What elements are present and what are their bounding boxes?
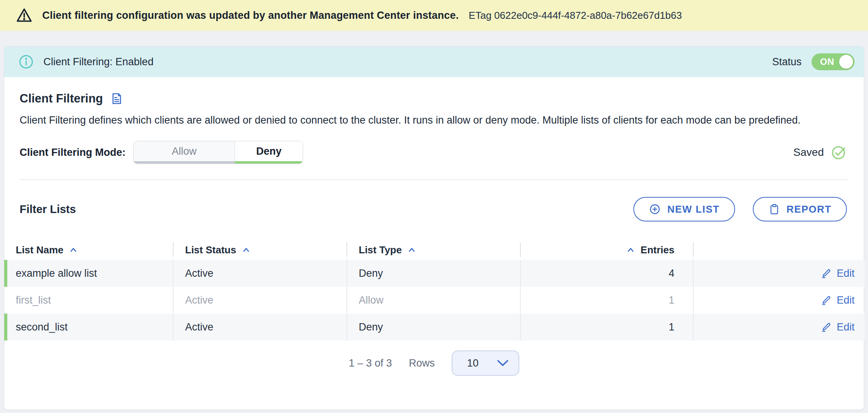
new-list-button[interactable]: NEW LIST: [633, 197, 735, 221]
toggle-knob: [839, 55, 853, 69]
column-header-list-name[interactable]: List Name: [4, 240, 174, 260]
documentation-icon[interactable]: [110, 92, 124, 106]
pagination: 1 – 3 of 3 Rows 10: [4, 350, 864, 376]
column-header-actions: [694, 240, 865, 260]
column-label: Entries: [641, 244, 674, 256]
mode-segmented-control: Allow Deny: [133, 141, 303, 164]
status-message: Client Filtering: Enabled: [43, 56, 154, 68]
cell-actions: Edit: [694, 260, 865, 287]
edit-button[interactable]: Edit: [820, 268, 855, 279]
cell-list-status: Active: [174, 260, 347, 287]
toggle-on-label: ON: [820, 56, 834, 67]
cell-entries: 1: [521, 287, 694, 314]
cell-list-name: example allow list: [4, 260, 174, 287]
pagination-range: 1 – 3 of 3: [349, 357, 392, 369]
banner-etag: ETag 0622e0c9-444f-4872-a80a-7b62e67d1b6…: [469, 10, 682, 21]
table-row: first_list Active Allow 1 Edit: [4, 287, 865, 314]
mode-label: Client Filtering Mode:: [20, 147, 126, 159]
column-header-entries[interactable]: Entries: [521, 240, 694, 260]
page-title: Client Filtering: [20, 92, 103, 106]
cell-entries: 4: [521, 260, 694, 287]
sort-asc-icon: [69, 245, 78, 254]
rows-per-page-value: 10: [467, 357, 479, 369]
sort-asc-icon: [407, 245, 416, 254]
column-label: List Name: [16, 244, 63, 256]
banner-message: Client filtering configuration was updat…: [42, 10, 459, 21]
cell-list-status: Active: [174, 287, 347, 314]
edit-button[interactable]: Edit: [820, 294, 855, 306]
client-filtering-card: Client Filtering: Enabled Status ON Clie…: [4, 46, 864, 410]
pencil-icon: [820, 321, 832, 333]
cell-list-status: Active: [174, 314, 347, 340]
cell-list-type: Allow: [347, 287, 521, 314]
sort-asc-icon: [242, 245, 251, 254]
circle-plus-icon: [649, 203, 661, 215]
rows-per-page-select[interactable]: 10: [452, 350, 519, 376]
warning-triangle-icon: [15, 7, 33, 24]
pencil-icon: [820, 268, 832, 279]
sort-asc-icon: [626, 245, 635, 254]
table-row: second_list Active Deny 1 Edit: [4, 314, 865, 340]
saved-check-icon: [831, 144, 847, 160]
table-header-row: List Name List Status List Type Entries: [4, 240, 865, 260]
cell-list-name: second_list: [4, 314, 174, 340]
table-body: example allow list Active Deny 4 Edit fi…: [4, 260, 865, 340]
column-label: List Type: [359, 244, 402, 256]
report-label: REPORT: [787, 203, 832, 215]
table-row: example allow list Active Deny 4 Edit: [4, 260, 865, 287]
filter-lists-title: Filter Lists: [20, 203, 76, 216]
info-icon: [18, 54, 34, 70]
cell-actions: Edit: [694, 287, 865, 314]
status-infobar: Client Filtering: Enabled Status ON: [4, 46, 864, 77]
rows-per-page-label: Rows: [409, 357, 435, 369]
warning-banner: Client filtering configuration was updat…: [0, 0, 868, 31]
column-label: List Status: [185, 244, 236, 256]
section-divider: [20, 179, 848, 180]
cell-list-type: Deny: [347, 260, 521, 287]
cell-list-type: Deny: [347, 314, 521, 340]
status-label: Status: [772, 56, 802, 68]
edit-button[interactable]: Edit: [820, 321, 855, 333]
cell-list-name: first_list: [4, 287, 174, 314]
column-header-list-status[interactable]: List Status: [174, 240, 347, 260]
chevron-down-icon: [497, 360, 509, 367]
pencil-icon: [820, 294, 832, 306]
new-list-label: NEW LIST: [667, 203, 719, 215]
report-button[interactable]: REPORT: [753, 197, 847, 221]
clipboard-icon: [768, 203, 780, 215]
mode-deny-button[interactable]: Deny: [235, 141, 303, 164]
cell-actions: Edit: [694, 314, 865, 340]
cell-entries: 1: [521, 314, 694, 340]
section-description: Client Filtering defines which clients a…: [16, 112, 841, 128]
mode-allow-button[interactable]: Allow: [134, 141, 235, 164]
column-header-list-type[interactable]: List Type: [347, 240, 521, 260]
saved-status-label: Saved: [793, 146, 824, 159]
filter-lists-table: List Name List Status List Type Entries …: [4, 240, 865, 340]
status-toggle[interactable]: ON: [812, 53, 855, 70]
